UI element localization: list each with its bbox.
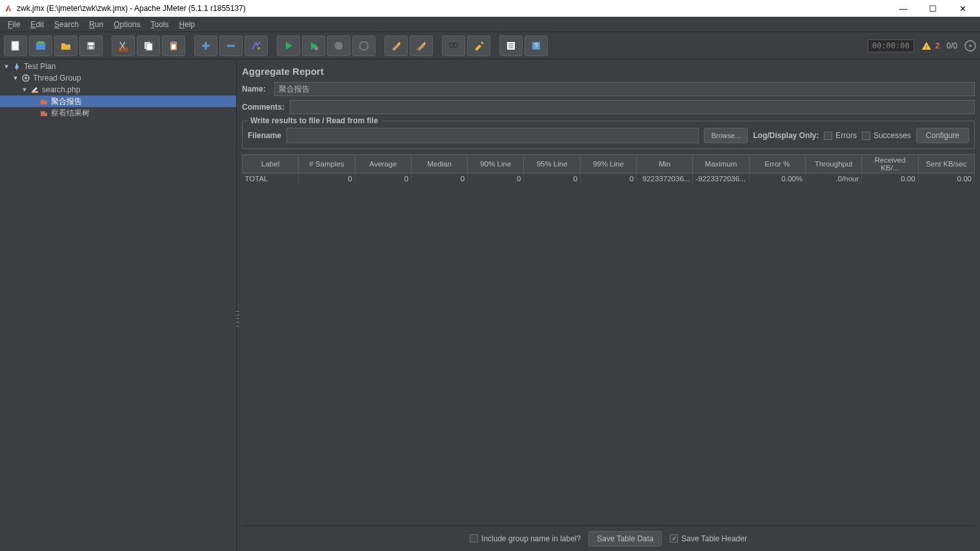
filename-input[interactable]: [286, 128, 699, 143]
col-90line[interactable]: 90% Line: [468, 155, 524, 174]
errors-label: Errors: [835, 131, 857, 140]
col-sent[interactable]: Sent KB/sec: [918, 155, 974, 174]
col-min[interactable]: Min: [637, 155, 693, 174]
fieldset-legend: Write results to file / Read from file: [248, 116, 381, 125]
menu-tools[interactable]: Tools: [146, 18, 174, 31]
reset-search-button[interactable]: [467, 35, 490, 56]
svg-rect-12: [172, 45, 175, 49]
close-button[interactable]: ✕: [954, 0, 971, 17]
copy-button[interactable]: [137, 35, 160, 56]
svg-text:!: !: [925, 43, 927, 50]
browse-button[interactable]: Browse...: [704, 128, 748, 143]
col-label[interactable]: Label: [243, 155, 299, 174]
main-area: ▼ Test Plan ▼ Thread Group ▼ search.php …: [0, 59, 980, 551]
toolbar: ? 00:00:00 ! 2 0/0: [0, 32, 980, 59]
name-label: Name:: [242, 85, 274, 94]
bottom-bar: Include group name in label? Save Table …: [242, 525, 975, 551]
help-button[interactable]: ?: [525, 35, 548, 56]
start-no-timers-button[interactable]: [302, 35, 325, 56]
window-title: zwk.jmx (E:\jmeter\zwk\zwk.jmx) - Apache…: [17, 4, 895, 13]
window-titlebar: zwk.jmx (E:\jmeter\zwk\zwk.jmx) - Apache…: [0, 0, 980, 17]
configure-button[interactable]: Configure: [916, 128, 969, 143]
elapsed-time: 00:00:00: [868, 39, 914, 52]
warning-icon: !: [921, 41, 932, 51]
col-throughput[interactable]: Throughput: [805, 155, 861, 174]
tree-toggle-icon[interactable]: ▼: [12, 75, 19, 81]
new-button[interactable]: [4, 35, 27, 56]
col-received[interactable]: Received KB/...: [862, 155, 918, 174]
maximize-button[interactable]: ☐: [925, 0, 941, 17]
comments-input[interactable]: [290, 100, 975, 114]
menu-options[interactable]: Options: [108, 18, 145, 31]
clear-button[interactable]: [385, 35, 408, 56]
svg-point-16: [257, 47, 260, 50]
col-median[interactable]: Median: [411, 155, 467, 174]
menu-search[interactable]: Search: [49, 18, 84, 31]
col-error[interactable]: Error %: [749, 155, 805, 174]
cut-button[interactable]: [112, 35, 135, 56]
successes-checkbox[interactable]: [862, 132, 870, 140]
minimize-button[interactable]: —: [895, 0, 912, 17]
svg-point-32: [25, 77, 27, 79]
expand-button[interactable]: [194, 35, 217, 56]
save-header-label: Save Table Header: [681, 534, 747, 543]
svg-text:?: ?: [534, 43, 538, 50]
splitter-grip[interactable]: [235, 310, 240, 328]
include-group-checkbox[interactable]: [470, 534, 478, 543]
logdisplay-label: Log/Display Only:: [753, 131, 819, 140]
thread-count: 0/0: [946, 41, 957, 50]
include-group-label: Include group name in label?: [481, 534, 581, 543]
tree-toggle-icon[interactable]: ▼: [3, 63, 10, 70]
templates-button[interactable]: [29, 35, 52, 56]
svg-rect-9: [146, 43, 152, 50]
col-average[interactable]: Average: [355, 155, 411, 174]
table-row-total[interactable]: TOTAL 0 0 0 0 0 0 9223372036... -9223372…: [243, 174, 975, 184]
svg-rect-30: [16, 68, 17, 70]
clear-all-button[interactable]: [410, 35, 433, 56]
tree-node-sampler[interactable]: ▼ search.php: [0, 84, 236, 95]
open-button[interactable]: [54, 35, 77, 56]
svg-point-17: [314, 46, 318, 50]
name-input[interactable]: [274, 82, 975, 96]
function-helper-button[interactable]: [499, 35, 523, 56]
tree-node-view-results-tree[interactable]: 察看结果树: [0, 107, 236, 119]
svg-rect-4: [88, 43, 94, 45]
tree-toggle-icon[interactable]: ▼: [21, 86, 28, 93]
file-fieldset: Write results to file / Read from file F…: [242, 121, 975, 149]
paste-button[interactable]: [162, 35, 185, 56]
menu-help[interactable]: Help: [174, 18, 201, 31]
save-header-checkbox[interactable]: [670, 534, 678, 543]
right-panel: Aggregate Report Name: Comments: Write r…: [237, 59, 980, 551]
tree-panel[interactable]: ▼ Test Plan ▼ Thread Group ▼ search.php …: [0, 59, 237, 551]
svg-point-6: [119, 48, 123, 51]
tree-node-thread-group[interactable]: ▼ Thread Group: [0, 72, 236, 84]
col-max[interactable]: Maximum: [693, 155, 749, 174]
table-header-row: Label # Samples Average Median 90% Line …: [243, 155, 975, 174]
search-tree-button[interactable]: [442, 35, 465, 56]
tree-node-test-plan[interactable]: ▼ Test Plan: [0, 61, 236, 72]
status-icon: [965, 40, 976, 52]
stop-button[interactable]: [327, 35, 350, 56]
save-table-data-button[interactable]: Save Table Data: [588, 531, 662, 546]
test-plan-icon: [12, 61, 22, 72]
svg-rect-11: [172, 41, 175, 43]
errors-checkbox[interactable]: [824, 132, 832, 140]
menu-file[interactable]: File: [3, 18, 25, 31]
menu-run[interactable]: Run: [84, 18, 108, 31]
app-icon: [4, 4, 13, 13]
svg-point-7: [125, 48, 128, 51]
toggle-button[interactable]: [245, 35, 268, 56]
col-99line[interactable]: 99% Line: [580, 155, 636, 174]
comments-field-row: Comments:: [242, 100, 975, 114]
tree-node-aggregate-report[interactable]: 聚合报告: [0, 95, 236, 107]
col-samples[interactable]: # Samples: [299, 155, 355, 174]
save-button[interactable]: [79, 35, 103, 56]
menu-edit[interactable]: Edit: [25, 18, 49, 31]
filename-label: Filename: [248, 131, 281, 140]
collapse-button[interactable]: [219, 35, 243, 56]
col-95line[interactable]: 95% Line: [524, 155, 580, 174]
start-button[interactable]: [277, 35, 300, 56]
results-table[interactable]: Label # Samples Average Median 90% Line …: [242, 154, 975, 525]
listener-icon: [39, 108, 49, 118]
shutdown-button[interactable]: [352, 35, 375, 56]
